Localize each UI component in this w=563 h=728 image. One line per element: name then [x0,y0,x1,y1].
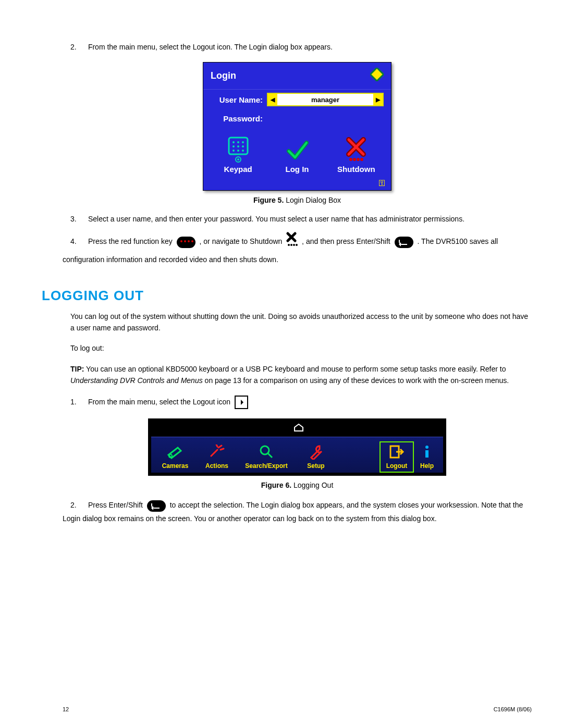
svg-point-25 [425,446,429,449]
step-text-a: Press Enter/Shift [88,501,145,509]
menu-label: Logout [380,462,414,470]
enter-shift-icon [395,237,413,248]
keypad-label: Keypad [215,165,262,174]
step-4: 4. Press the red function key , or navig… [63,232,532,267]
step-number: 2. [70,499,86,512]
tip-1: You can use an optional KBD5000 keyboard… [84,365,506,373]
svg-point-8 [232,150,235,152]
svg-point-17 [288,244,290,246]
step-text: From the main menu, select the Logout ic… [88,398,232,406]
svg-point-22 [261,446,269,454]
menu-label: Help [414,462,440,470]
tip-paragraph: TIP: You can use an optional KBD5000 key… [70,364,532,386]
tip-bold: TIP: [70,365,84,373]
login-dialog: Login User Name: ◀ manager ▶ Password: [203,62,391,191]
step-2: 2. From the main menu, select the Logout… [63,42,532,53]
login-title-bar: Login [203,63,391,90]
password-label: Password: [211,114,267,123]
svg-point-20 [296,244,298,246]
shutdown-x-icon [345,137,368,164]
diamond-icon [370,68,384,84]
svg-point-10 [242,150,244,152]
svg-point-2 [232,141,235,143]
logout-intro: You can log out of the system without sh… [70,311,532,334]
keypad-icon [227,137,250,164]
login-title-text: Login [211,70,236,81]
red-function-key-icon [177,237,195,248]
figure-5-caption: Figure 5. Login Dialog Box [63,196,532,204]
username-row: User Name: ◀ manager ▶ [203,90,391,109]
step-text: Select a user name, and then enter your … [88,215,464,223]
step-text-c: , and then press Enter/Shift [302,237,393,245]
page-number: 12 [63,706,69,712]
menu-cameras[interactable]: Cameras [154,441,196,473]
info-icon [421,445,433,459]
to-logout-label: To log out: [70,343,532,354]
svg-point-3 [237,141,239,143]
svg-point-7 [242,145,244,147]
home-icon[interactable] [293,424,304,432]
svg-point-19 [293,244,295,246]
username-field[interactable]: ◀ manager ▶ [267,93,384,106]
step-number: 3. [70,214,86,225]
figure-6-caption: Figure 6. Logging Out [63,481,532,489]
shutdown-label: Shutdown [333,165,380,174]
tip-italic: Understanding DVR Controls and Menus [70,376,203,385]
menu-help[interactable]: Help [414,441,440,473]
svg-rect-26 [425,450,429,458]
svg-point-4 [242,141,244,143]
username-value: manager [277,96,373,104]
logout-icon [235,396,248,409]
svg-point-15 [357,158,360,161]
caption-text: Logging Out [291,481,333,489]
menu-label: Search/Export [238,462,295,470]
logout-step-1: 1. From the main menu, select the Logout… [63,396,532,409]
svg-point-14 [353,158,356,161]
svg-point-18 [290,244,292,246]
username-label: User Name: [211,95,267,104]
step-number: 1. [70,397,86,408]
menu-logout[interactable]: Logout [380,441,414,473]
shutdown-x-icon [286,232,298,252]
actions-icon [208,445,226,459]
enter-shift-icon [147,500,166,512]
svg-point-9 [237,150,239,152]
menu-actions[interactable]: Actions [196,441,238,473]
arrow-right-icon[interactable]: ▶ [373,94,383,105]
doc-id: C1696M (8/06) [494,706,532,712]
key-icon: ⚿ [203,179,391,190]
password-row: Password: [203,109,391,127]
camera-icon [166,445,184,459]
tip-2: on page 13 for a comparison on using any… [203,376,509,385]
checkmark-icon [286,139,309,162]
main-menu-bar: Cameras Actions Search/Export Setup [148,418,446,476]
caption-bold: Figure 6. [261,481,291,489]
login-button[interactable]: Log In [274,138,321,174]
menu-search-export[interactable]: Search/Export [238,441,295,473]
svg-point-16 [360,158,363,161]
wrench-icon [307,444,325,460]
caption-bold: Figure 5. [253,196,284,204]
svg-point-12 [237,158,239,161]
svg-line-23 [268,453,272,458]
login-buttons: Keypad Log In [203,127,391,179]
menu-label: Cameras [154,462,196,470]
step-3: 3. Select a user name, and then enter yo… [63,214,532,225]
figure-5: Login User Name: ◀ manager ▶ Password: [63,62,532,191]
section-heading: LOGGING OUT [42,288,532,304]
step-text-a: Press the red function key [88,237,175,245]
svg-point-6 [237,145,239,147]
arrow-left-icon[interactable]: ◀ [268,94,277,105]
svg-point-5 [232,145,235,147]
magnifier-icon [259,444,274,460]
shutdown-button[interactable]: Shutdown [333,138,380,174]
logout-icon [389,445,405,459]
menu-label: Actions [196,462,238,470]
svg-rect-0 [370,68,383,81]
svg-point-13 [349,158,352,161]
login-label: Log In [274,165,321,174]
step-text: From the main menu, select the Logout ic… [88,43,333,51]
menu-setup[interactable]: Setup [295,441,337,473]
password-field[interactable] [267,113,384,124]
keypad-button[interactable]: Keypad [215,138,262,174]
